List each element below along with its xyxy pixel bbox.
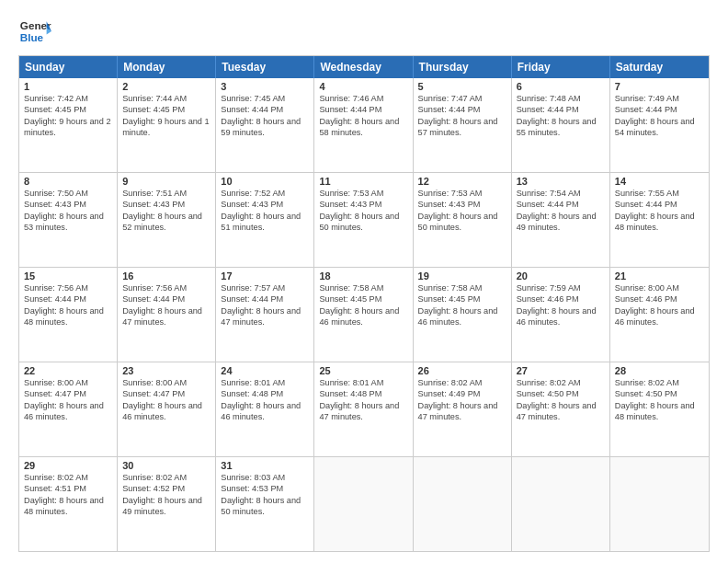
daylight-line: Daylight: 8 hours and 48 minutes. — [24, 305, 112, 328]
daylight-line: Daylight: 8 hours and 49 minutes. — [517, 211, 605, 234]
sunset-line: Sunset: 4:47 PM — [122, 388, 210, 399]
day-number: 19 — [418, 270, 506, 282]
daylight-line: Daylight: 8 hours and 49 minutes. — [122, 495, 210, 518]
svg-text:Blue: Blue — [20, 31, 44, 43]
day-cell-28: 28Sunrise: 8:02 AMSunset: 4:50 PMDayligh… — [610, 362, 709, 456]
day-number: 12 — [418, 176, 506, 187]
day-cell-29: 29Sunrise: 8:02 AMSunset: 4:51 PMDayligh… — [19, 457, 118, 551]
day-cell-10: 10Sunrise: 7:52 AMSunset: 4:43 PMDayligh… — [216, 173, 314, 267]
day-cell-11: 11Sunrise: 7:53 AMSunset: 4:43 PMDayligh… — [314, 173, 413, 267]
day-cell-30: 30Sunrise: 8:02 AMSunset: 4:52 PMDayligh… — [118, 457, 216, 551]
daylight-line: Daylight: 8 hours and 59 minutes. — [221, 116, 309, 139]
day-number: 6 — [517, 81, 605, 92]
day-number: 29 — [24, 460, 112, 471]
sunset-line: Sunset: 4:43 PM — [418, 199, 506, 210]
sunset-line: Sunset: 4:44 PM — [319, 104, 407, 115]
daylight-line: Daylight: 8 hours and 58 minutes. — [319, 116, 407, 139]
daylight-line: Daylight: 8 hours and 47 minutes. — [517, 400, 605, 423]
day-cell-14: 14Sunrise: 7:55 AMSunset: 4:44 PMDayligh… — [610, 173, 709, 267]
daylight-line: Daylight: 8 hours and 48 minutes. — [615, 400, 704, 423]
header-cell-tuesday: Tuesday — [216, 56, 314, 78]
day-number: 17 — [221, 270, 309, 282]
sunset-line: Sunset: 4:52 PM — [122, 483, 210, 494]
day-cell-12: 12Sunrise: 7:53 AMSunset: 4:43 PMDayligh… — [414, 173, 512, 267]
day-number: 9 — [122, 176, 210, 187]
day-number: 15 — [24, 270, 112, 282]
daylight-line: Daylight: 8 hours and 47 minutes. — [221, 305, 309, 328]
sunset-line: Sunset: 4:44 PM — [418, 104, 506, 115]
day-cell-15: 15Sunrise: 7:56 AMSunset: 4:44 PMDayligh… — [19, 268, 118, 362]
day-cell-24: 24Sunrise: 8:01 AMSunset: 4:48 PMDayligh… — [216, 362, 314, 456]
empty-cell — [414, 457, 512, 551]
day-cell-20: 20Sunrise: 7:59 AMSunset: 4:46 PMDayligh… — [512, 268, 610, 362]
daylight-line: Daylight: 9 hours and 2 minutes. — [24, 116, 112, 139]
day-cell-19: 19Sunrise: 7:58 AMSunset: 4:45 PMDayligh… — [414, 268, 512, 362]
day-cell-26: 26Sunrise: 8:02 AMSunset: 4:49 PMDayligh… — [414, 362, 512, 456]
header-cell-friday: Friday — [512, 56, 610, 78]
day-cell-7: 7Sunrise: 7:49 AMSunset: 4:44 PMDaylight… — [610, 78, 709, 172]
day-number: 5 — [418, 81, 506, 92]
week-row-2: 8Sunrise: 7:50 AMSunset: 4:43 PMDaylight… — [19, 172, 709, 267]
daylight-line: Daylight: 8 hours and 46 minutes. — [615, 305, 704, 328]
day-cell-6: 6Sunrise: 7:48 AMSunset: 4:44 PMDaylight… — [512, 78, 610, 172]
day-number: 11 — [319, 176, 407, 187]
day-number: 3 — [221, 81, 309, 92]
empty-cell — [314, 457, 413, 551]
sunset-line: Sunset: 4:44 PM — [517, 104, 605, 115]
week-row-5: 29Sunrise: 8:02 AMSunset: 4:51 PMDayligh… — [19, 456, 709, 551]
sunset-line: Sunset: 4:44 PM — [221, 293, 309, 304]
day-cell-8: 8Sunrise: 7:50 AMSunset: 4:43 PMDaylight… — [19, 173, 118, 267]
day-cell-25: 25Sunrise: 8:01 AMSunset: 4:48 PMDayligh… — [314, 362, 413, 456]
week-row-3: 15Sunrise: 7:56 AMSunset: 4:44 PMDayligh… — [19, 267, 709, 362]
day-number: 24 — [221, 365, 309, 376]
day-cell-16: 16Sunrise: 7:56 AMSunset: 4:44 PMDayligh… — [118, 268, 216, 362]
day-cell-27: 27Sunrise: 8:02 AMSunset: 4:50 PMDayligh… — [512, 362, 610, 456]
sunrise-line: Sunrise: 8:00 AM — [615, 282, 704, 293]
sunset-line: Sunset: 4:45 PM — [319, 293, 407, 304]
sunrise-line: Sunrise: 7:49 AM — [615, 93, 704, 104]
header-cell-thursday: Thursday — [414, 56, 512, 78]
daylight-line: Daylight: 8 hours and 46 minutes. — [517, 305, 605, 328]
day-number: 10 — [221, 176, 309, 187]
day-number: 22 — [24, 365, 112, 376]
day-number: 8 — [24, 176, 112, 187]
sunrise-line: Sunrise: 7:50 AM — [24, 188, 112, 199]
day-number: 30 — [122, 460, 210, 471]
sunrise-line: Sunrise: 7:53 AM — [319, 188, 407, 199]
sunrise-line: Sunrise: 8:01 AM — [319, 377, 407, 388]
sunset-line: Sunset: 4:43 PM — [221, 199, 309, 210]
sunset-line: Sunset: 4:43 PM — [24, 199, 112, 210]
sunset-line: Sunset: 4:48 PM — [221, 388, 309, 399]
day-number: 26 — [418, 365, 506, 376]
daylight-line: Daylight: 9 hours and 1 minute. — [122, 116, 210, 139]
sunrise-line: Sunrise: 8:00 AM — [24, 377, 112, 388]
sunset-line: Sunset: 4:46 PM — [615, 293, 704, 304]
day-number: 7 — [615, 81, 704, 92]
day-number: 16 — [122, 270, 210, 282]
sunrise-line: Sunrise: 8:02 AM — [615, 377, 704, 388]
sunset-line: Sunset: 4:44 PM — [24, 293, 112, 304]
day-cell-17: 17Sunrise: 7:57 AMSunset: 4:44 PMDayligh… — [216, 268, 314, 362]
day-cell-23: 23Sunrise: 8:00 AMSunset: 4:47 PMDayligh… — [118, 362, 216, 456]
daylight-line: Daylight: 8 hours and 50 minutes. — [221, 495, 309, 518]
empty-cell — [512, 457, 610, 551]
sunrise-line: Sunrise: 7:44 AM — [122, 93, 210, 104]
day-number: 25 — [319, 365, 407, 376]
day-number: 20 — [517, 270, 605, 282]
day-cell-3: 3Sunrise: 7:45 AMSunset: 4:44 PMDaylight… — [216, 78, 314, 172]
sunrise-line: Sunrise: 7:46 AM — [319, 93, 407, 104]
day-cell-13: 13Sunrise: 7:54 AMSunset: 4:44 PMDayligh… — [512, 173, 610, 267]
day-number: 21 — [615, 270, 704, 282]
sunrise-line: Sunrise: 7:47 AM — [418, 93, 506, 104]
daylight-line: Daylight: 8 hours and 51 minutes. — [221, 211, 309, 234]
sunrise-line: Sunrise: 8:02 AM — [517, 377, 605, 388]
sunrise-line: Sunrise: 8:03 AM — [221, 472, 309, 483]
sunset-line: Sunset: 4:44 PM — [615, 104, 704, 115]
sunset-line: Sunset: 4:50 PM — [615, 388, 704, 399]
day-number: 31 — [221, 460, 309, 471]
day-number: 28 — [615, 365, 704, 376]
sunrise-line: Sunrise: 7:57 AM — [221, 282, 309, 293]
calendar: SundayMondayTuesdayWednesdayThursdayFrid… — [18, 55, 710, 552]
day-cell-31: 31Sunrise: 8:03 AMSunset: 4:53 PMDayligh… — [216, 457, 314, 551]
daylight-line: Daylight: 8 hours and 46 minutes. — [418, 305, 506, 328]
